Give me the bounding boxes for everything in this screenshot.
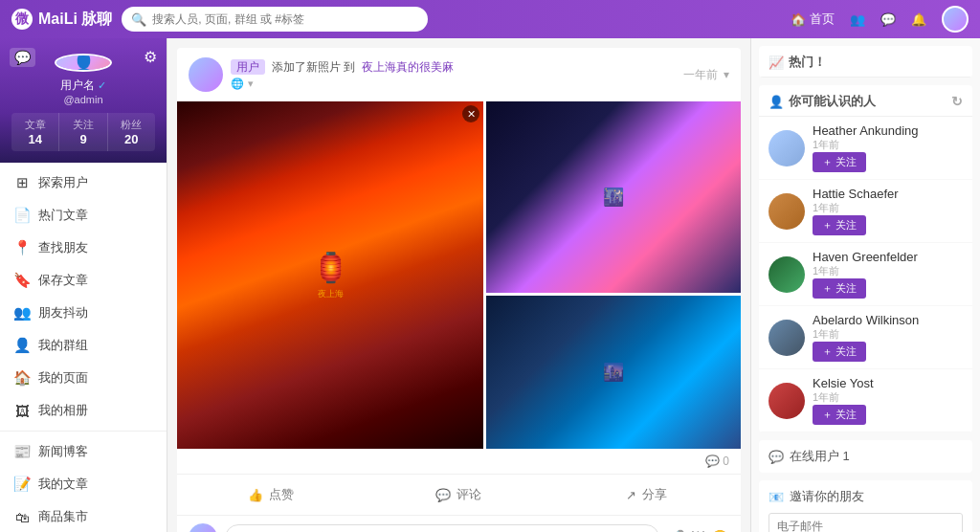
sidebar-item-find-friends[interactable]: 📍 查找朋友 bbox=[0, 232, 167, 264]
menu-divider bbox=[0, 431, 167, 432]
my-album-icon: 🖼 bbox=[13, 402, 31, 419]
sidebar-item-hot-articles[interactable]: 📄 热门文章 bbox=[0, 199, 167, 232]
post-author-avatar[interactable] bbox=[189, 57, 223, 92]
follow-button-5[interactable]: ＋ 关注 bbox=[813, 405, 866, 425]
profile-avatar[interactable]: 👤 bbox=[55, 54, 112, 72]
profile-stats: 文章 14 关注 9 粉丝 20 bbox=[11, 113, 155, 151]
share-icon: ↗ bbox=[626, 488, 636, 502]
person-name-4: Abelardo Wilkinson bbox=[813, 313, 963, 327]
follow-button-1[interactable]: ＋ 关注 bbox=[813, 152, 866, 172]
nav-right: 🏠 首页 👥 💬 🔔 bbox=[791, 6, 969, 33]
post-author-name: 用户 bbox=[231, 59, 268, 75]
sidebar-item-news-blog[interactable]: 📰 新闻博客 bbox=[0, 435, 167, 468]
sidebar-item-my-pages[interactable]: 🏠 我的页面 bbox=[0, 362, 167, 394]
sidebar-item-friends-activity[interactable]: 👥 朋友抖动 bbox=[0, 297, 167, 329]
stat-followers-value: 20 bbox=[108, 132, 155, 146]
comment-icon: 💬 bbox=[705, 454, 720, 468]
follow-plus-icon-2: ＋ bbox=[822, 218, 833, 233]
like-button[interactable]: 👍 点赞 bbox=[177, 482, 365, 507]
people-item-2: Hattie Schaefer 1年前 ＋ 关注 bbox=[759, 180, 972, 243]
post-action-text: 添加了新照片 到 夜上海真的很美麻 bbox=[268, 60, 453, 74]
search-input[interactable] bbox=[152, 12, 418, 26]
top-navigation: 微 MaiLi 脉聊 🔍 🏠 首页 👥 💬 🔔 bbox=[0, 0, 980, 38]
follow-button-3[interactable]: ＋ 关注 bbox=[813, 278, 866, 299]
sidebar-item-explore-users[interactable]: ⊞ 探索用户 bbox=[0, 166, 167, 199]
friends-activity-icon: 👥 bbox=[13, 304, 31, 321]
people-icon: 👤 bbox=[768, 95, 784, 109]
invite-friends-section: 📧 邀请你的朋友 bbox=[759, 480, 972, 532]
app-logo: 微 MaiLi 脉聊 bbox=[11, 9, 112, 30]
comment-input[interactable] bbox=[225, 524, 659, 532]
person-time-2: 1年前 bbox=[813, 201, 963, 215]
people-item-5: Kelsie Yost 1年前 ＋ 关注 bbox=[759, 369, 972, 432]
bell-icon: 🔔 bbox=[911, 12, 926, 27]
sidebar-item-my-articles[interactable]: 📝 我的文章 bbox=[0, 468, 167, 500]
post-image-top-right: 🌃 bbox=[486, 101, 741, 293]
explore-users-label: 探索用户 bbox=[38, 174, 88, 191]
post-header: 用户 添加了新照片 到 夜上海真的很美麻 🌐 ▾ 一年前 ▾ bbox=[177, 48, 741, 101]
post-meta-right: 一年前 ▾ bbox=[683, 67, 729, 83]
saved-icon: 🔖 bbox=[13, 272, 31, 289]
right-sidebar: 📈 热门！ 👤 你可能认识的人 ↻ Heather Ankunding 1年前 bbox=[750, 38, 980, 532]
people-header-left: 👤 你可能认识的人 bbox=[768, 93, 876, 110]
notifications-nav-icon[interactable]: 🔔 bbox=[911, 12, 926, 27]
my-pages-icon: 🏠 bbox=[13, 369, 31, 387]
sidebar-item-my-album[interactable]: 🖼 我的相册 bbox=[0, 394, 167, 427]
online-title: 在线用户 1 bbox=[790, 448, 850, 465]
like-label: 点赞 bbox=[269, 486, 294, 503]
messages-icon: 💬 bbox=[880, 12, 896, 27]
stat-following[interactable]: 关注 9 bbox=[59, 113, 107, 151]
stat-articles[interactable]: 文章 14 bbox=[11, 113, 59, 151]
comment-button[interactable]: 💬 评论 bbox=[365, 482, 552, 507]
trending-section: 📈 热门！ bbox=[759, 46, 972, 78]
post-comment-count: 💬 0 bbox=[177, 449, 741, 474]
sidebar-item-my-groups[interactable]: 👤 我的群组 bbox=[0, 329, 167, 362]
chat-button[interactable]: 💬 bbox=[10, 48, 35, 67]
messages-nav-icon[interactable]: 💬 bbox=[880, 12, 896, 27]
online-icon: 💬 bbox=[768, 450, 784, 464]
main-feed: 用户 添加了新照片 到 夜上海真的很美麻 🌐 ▾ 一年前 ▾ bbox=[167, 38, 750, 532]
follow-button-2[interactable]: ＋ 关注 bbox=[813, 215, 866, 235]
person-name-1: Heather Ankunding bbox=[813, 123, 963, 138]
refresh-button[interactable]: ↻ bbox=[951, 94, 963, 109]
logo-icon: 微 bbox=[11, 9, 33, 30]
marketplace-label: 商品集市 bbox=[38, 508, 88, 525]
share-button[interactable]: ↗ 分享 bbox=[553, 482, 741, 507]
user-avatar-nav[interactable] bbox=[942, 6, 969, 33]
expand-button[interactable]: ▾ bbox=[724, 68, 729, 81]
trending-header-left: 📈 热门！ bbox=[768, 54, 826, 71]
find-friends-icon: 📍 bbox=[13, 239, 31, 256]
profile-handle: @admin bbox=[63, 94, 102, 105]
follow-plus-icon-4: ＋ bbox=[822, 344, 833, 359]
close-image-button[interactable]: ✕ bbox=[462, 105, 479, 122]
post-images: ✕ 🏮 夜上海 🌃 🌆 bbox=[177, 101, 741, 449]
friends-nav-icon[interactable]: 👥 bbox=[850, 12, 865, 27]
sidebar-item-marketplace[interactable]: 🛍 商品集市 bbox=[0, 500, 167, 532]
settings-gear-icon[interactable]: ⚙ bbox=[144, 48, 157, 66]
profile-section: 💬 👤 ⚙ 用户名 ✓ @admin 文章 14 关注 9 粉丝 bbox=[0, 38, 167, 163]
home-nav-item[interactable]: 🏠 首页 bbox=[791, 11, 835, 28]
friends-activity-label: 朋友抖动 bbox=[38, 304, 88, 321]
stat-articles-label: 文章 bbox=[11, 118, 58, 132]
my-pages-label: 我的页面 bbox=[38, 369, 88, 387]
search-bar[interactable]: 🔍 bbox=[122, 7, 428, 32]
profile-name: 用户名 ✓ bbox=[60, 78, 106, 94]
sidebar-item-saved-articles[interactable]: 🔖 保存文章 bbox=[0, 264, 167, 297]
person-time-3: 1年前 bbox=[813, 264, 963, 278]
share-label: 分享 bbox=[642, 486, 667, 503]
my-groups-label: 我的群组 bbox=[38, 337, 88, 354]
follow-button-4[interactable]: ＋ 关注 bbox=[813, 342, 866, 362]
person-name-2: Hattie Schaefer bbox=[813, 187, 963, 201]
follow-plus-icon-3: ＋ bbox=[822, 281, 833, 296]
post-card: 用户 添加了新照片 到 夜上海真的很美麻 🌐 ▾ 一年前 ▾ bbox=[177, 48, 741, 532]
person-time-4: 1年前 bbox=[813, 327, 963, 342]
person-avatar-5 bbox=[768, 383, 805, 419]
post-header-info: 用户 添加了新照片 到 夜上海真的很美麻 🌐 ▾ bbox=[231, 59, 676, 90]
invite-email-input[interactable] bbox=[768, 513, 963, 532]
verified-icon: ✓ bbox=[98, 79, 106, 92]
comment-label: 评论 bbox=[457, 486, 481, 503]
stat-followers[interactable]: 粉丝 20 bbox=[108, 113, 155, 151]
like-icon: 👍 bbox=[248, 488, 263, 502]
post-album-link[interactable]: 夜上海真的很美麻 bbox=[362, 60, 454, 74]
person-avatar-3 bbox=[768, 256, 805, 293]
